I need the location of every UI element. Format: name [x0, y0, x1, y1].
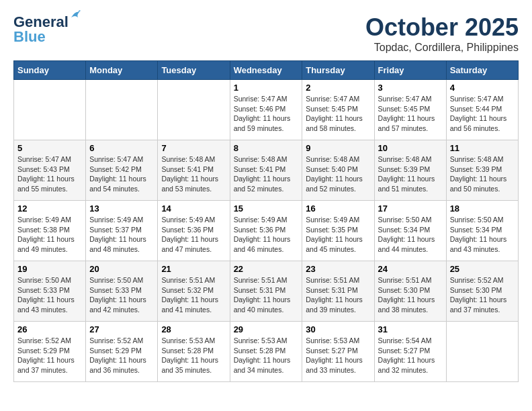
calendar-day-21: 21Sunrise: 5:51 AM Sunset: 5:32 PM Dayli… — [158, 261, 230, 322]
day-number: 23 — [306, 264, 370, 274]
calendar-day-24: 24Sunrise: 5:51 AM Sunset: 5:30 PM Dayli… — [374, 261, 446, 322]
day-info: Sunrise: 5:52 AM Sunset: 5:29 PM Dayligh… — [17, 336, 82, 375]
day-number: 11 — [450, 143, 515, 153]
calendar-header-friday: Friday — [374, 61, 446, 80]
day-number: 10 — [378, 143, 443, 153]
day-info: Sunrise: 5:53 AM Sunset: 5:28 PM Dayligh… — [161, 336, 226, 375]
calendar-day-3: 3Sunrise: 5:47 AM Sunset: 5:45 PM Daylig… — [374, 80, 446, 140]
day-number: 25 — [450, 264, 515, 274]
day-number: 14 — [161, 203, 226, 214]
calendar-day-22: 22Sunrise: 5:51 AM Sunset: 5:31 PM Dayli… — [230, 261, 302, 322]
calendar-day-27: 27Sunrise: 5:52 AM Sunset: 5:29 PM Dayli… — [86, 322, 158, 382]
calendar-day-4: 4Sunrise: 5:47 AM Sunset: 5:44 PM Daylig… — [446, 80, 518, 140]
calendar-day-20: 20Sunrise: 5:50 AM Sunset: 5:33 PM Dayli… — [86, 261, 158, 322]
day-number: 18 — [450, 203, 515, 214]
day-number: 22 — [234, 264, 299, 274]
calendar-empty-cell — [86, 80, 158, 140]
calendar-header-thursday: Thursday — [302, 61, 374, 80]
calendar-header-monday: Monday — [86, 61, 158, 80]
day-info: Sunrise: 5:47 AM Sunset: 5:42 PM Dayligh… — [89, 154, 154, 194]
calendar-day-17: 17Sunrise: 5:50 AM Sunset: 5:34 PM Dayli… — [374, 201, 446, 261]
calendar-day-8: 8Sunrise: 5:48 AM Sunset: 5:41 PM Daylig… — [230, 140, 302, 201]
title-block: October 2025 Topdac, Cordillera, Philipp… — [365, 13, 519, 54]
calendar-week-row: 12Sunrise: 5:49 AM Sunset: 5:38 PM Dayli… — [14, 201, 519, 261]
calendar-day-7: 7Sunrise: 5:48 AM Sunset: 5:41 PM Daylig… — [158, 140, 230, 201]
day-info: Sunrise: 5:51 AM Sunset: 5:31 PM Dayligh… — [234, 275, 299, 315]
calendar-table: SundayMondayTuesdayWednesdayThursdayFrid… — [13, 60, 519, 382]
day-info: Sunrise: 5:50 AM Sunset: 5:33 PM Dayligh… — [89, 275, 154, 315]
day-number: 21 — [161, 264, 226, 274]
day-number: 27 — [89, 324, 154, 334]
calendar-week-row: 5Sunrise: 5:47 AM Sunset: 5:43 PM Daylig… — [14, 140, 519, 201]
day-info: Sunrise: 5:49 AM Sunset: 5:36 PM Dayligh… — [234, 215, 299, 255]
calendar-day-29: 29Sunrise: 5:53 AM Sunset: 5:28 PM Dayli… — [230, 322, 302, 382]
day-info: Sunrise: 5:52 AM Sunset: 5:30 PM Dayligh… — [450, 275, 515, 315]
day-info: Sunrise: 5:47 AM Sunset: 5:43 PM Dayligh… — [17, 154, 82, 194]
calendar-empty-cell — [446, 322, 518, 382]
logo: General Blue — [13, 13, 69, 46]
day-info: Sunrise: 5:51 AM Sunset: 5:32 PM Dayligh… — [161, 275, 226, 315]
day-info: Sunrise: 5:48 AM Sunset: 5:41 PM Dayligh… — [161, 154, 226, 194]
calendar-day-10: 10Sunrise: 5:48 AM Sunset: 5:39 PM Dayli… — [374, 140, 446, 201]
calendar-day-13: 13Sunrise: 5:49 AM Sunset: 5:37 PM Dayli… — [86, 201, 158, 261]
calendar-header-wednesday: Wednesday — [230, 61, 302, 80]
calendar-day-30: 30Sunrise: 5:53 AM Sunset: 5:27 PM Dayli… — [302, 322, 374, 382]
day-info: Sunrise: 5:49 AM Sunset: 5:35 PM Dayligh… — [306, 215, 370, 255]
calendar-day-26: 26Sunrise: 5:52 AM Sunset: 5:29 PM Dayli… — [14, 322, 86, 382]
day-number: 24 — [378, 264, 443, 274]
calendar-day-28: 28Sunrise: 5:53 AM Sunset: 5:28 PM Dayli… — [158, 322, 230, 382]
calendar-day-18: 18Sunrise: 5:50 AM Sunset: 5:34 PM Dayli… — [446, 201, 518, 261]
calendar-week-row: 26Sunrise: 5:52 AM Sunset: 5:29 PM Dayli… — [14, 322, 519, 382]
day-info: Sunrise: 5:47 AM Sunset: 5:45 PM Dayligh… — [306, 94, 370, 134]
day-number: 29 — [234, 324, 299, 334]
day-number: 13 — [89, 203, 154, 214]
day-info: Sunrise: 5:47 AM Sunset: 5:45 PM Dayligh… — [378, 94, 443, 134]
calendar-week-row: 1Sunrise: 5:47 AM Sunset: 5:46 PM Daylig… — [14, 80, 519, 140]
calendar-day-6: 6Sunrise: 5:47 AM Sunset: 5:42 PM Daylig… — [86, 140, 158, 201]
calendar-day-12: 12Sunrise: 5:49 AM Sunset: 5:38 PM Dayli… — [14, 201, 86, 261]
calendar-week-row: 19Sunrise: 5:50 AM Sunset: 5:33 PM Dayli… — [14, 261, 519, 322]
day-number: 15 — [234, 203, 299, 214]
calendar-empty-cell — [158, 80, 230, 140]
day-info: Sunrise: 5:51 AM Sunset: 5:31 PM Dayligh… — [306, 275, 370, 315]
page-header: General Blue October 2025 Topdac, Cordil… — [13, 13, 519, 54]
day-number: 3 — [378, 83, 443, 93]
logo-bird-icon — [66, 8, 81, 23]
calendar-day-14: 14Sunrise: 5:49 AM Sunset: 5:36 PM Dayli… — [158, 201, 230, 261]
day-number: 17 — [378, 203, 443, 214]
day-info: Sunrise: 5:53 AM Sunset: 5:28 PM Dayligh… — [234, 336, 299, 375]
day-info: Sunrise: 5:48 AM Sunset: 5:41 PM Dayligh… — [234, 154, 299, 194]
calendar-day-11: 11Sunrise: 5:48 AM Sunset: 5:39 PM Dayli… — [446, 140, 518, 201]
day-info: Sunrise: 5:49 AM Sunset: 5:38 PM Dayligh… — [17, 215, 82, 255]
day-number: 31 — [378, 324, 443, 334]
day-number: 30 — [306, 324, 370, 334]
calendar-empty-cell — [14, 80, 86, 140]
day-number: 1 — [234, 83, 299, 93]
month-title: October 2025 — [365, 13, 519, 42]
logo-general: General — [13, 13, 69, 30]
day-number: 6 — [89, 143, 154, 153]
day-number: 2 — [306, 83, 370, 93]
day-number: 5 — [17, 143, 82, 153]
day-info: Sunrise: 5:50 AM Sunset: 5:34 PM Dayligh… — [378, 215, 443, 255]
day-info: Sunrise: 5:54 AM Sunset: 5:27 PM Dayligh… — [378, 336, 443, 375]
calendar-header-saturday: Saturday — [446, 61, 518, 80]
calendar-day-5: 5Sunrise: 5:47 AM Sunset: 5:43 PM Daylig… — [14, 140, 86, 201]
day-number: 19 — [17, 264, 82, 274]
day-info: Sunrise: 5:51 AM Sunset: 5:30 PM Dayligh… — [378, 275, 443, 315]
calendar-day-16: 16Sunrise: 5:49 AM Sunset: 5:35 PM Dayli… — [302, 201, 374, 261]
day-number: 9 — [306, 143, 370, 153]
day-info: Sunrise: 5:47 AM Sunset: 5:44 PM Dayligh… — [450, 94, 515, 134]
day-info: Sunrise: 5:49 AM Sunset: 5:36 PM Dayligh… — [161, 215, 226, 255]
day-number: 16 — [306, 203, 370, 214]
day-number: 4 — [450, 83, 515, 93]
calendar-day-31: 31Sunrise: 5:54 AM Sunset: 5:27 PM Dayli… — [374, 322, 446, 382]
day-number: 7 — [161, 143, 226, 153]
calendar-day-15: 15Sunrise: 5:49 AM Sunset: 5:36 PM Dayli… — [230, 201, 302, 261]
calendar-header-sunday: Sunday — [14, 61, 86, 80]
calendar-header-tuesday: Tuesday — [158, 61, 230, 80]
calendar-day-19: 19Sunrise: 5:50 AM Sunset: 5:33 PM Dayli… — [14, 261, 86, 322]
calendar-day-25: 25Sunrise: 5:52 AM Sunset: 5:30 PM Dayli… — [446, 261, 518, 322]
calendar-day-9: 9Sunrise: 5:48 AM Sunset: 5:40 PM Daylig… — [302, 140, 374, 201]
day-info: Sunrise: 5:50 AM Sunset: 5:34 PM Dayligh… — [450, 215, 515, 255]
